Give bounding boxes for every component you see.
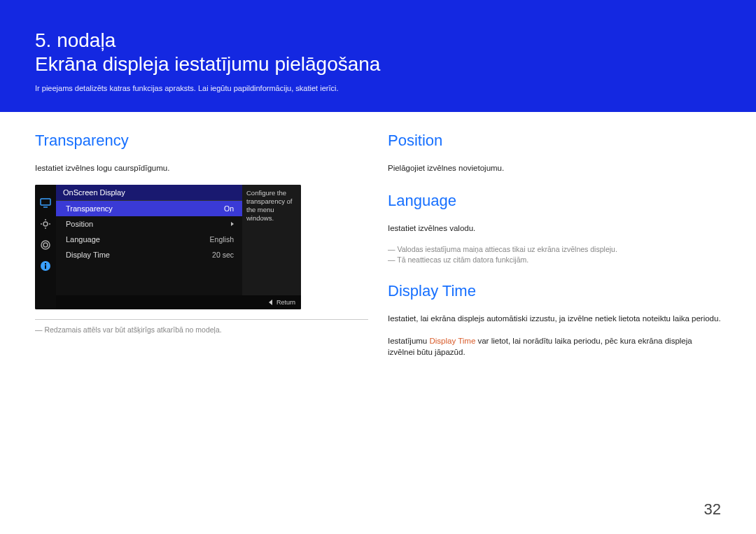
osd-row-label: Language [66,235,100,244]
svg-rect-0 [41,199,50,205]
osd-row-label: Transparency [66,204,113,213]
svg-point-7 [43,243,48,247]
section-transparency: Transparency Iestatiet izvēlnes logu cau… [35,132,368,334]
inline-ref: Display Time [429,337,475,345]
osd-screenshot: OnScreen Display Transparency On Positio… [35,185,301,309]
heading-display-time: Display Time [388,282,721,300]
chapter-banner: 5. nodaļa Ekrāna displeja iestatījumu pi… [0,0,756,112]
chapter-label: 5. nodaļa [35,29,721,52]
osd-row-value: 20 sec [212,251,234,259]
osd-return-label: Return [276,299,295,306]
right-column: Position Pielāgojiet izvēlnes novietojum… [388,132,721,376]
note-language-1: Valodas iestatījuma maiņa attiecas tikai… [388,245,721,253]
info-icon [40,260,51,272]
osd-row-value: English [210,235,234,244]
osd-row-displaytime: Display Time 20 sec [56,247,242,262]
svg-point-2 [43,222,48,226]
section-display-time: Display Time Iestatiet, lai ekrāna displ… [388,282,721,358]
section-language: Language Iestatiet izvēlnes valodu. Valo… [388,192,721,264]
note-language-2: Tā neattiecas uz citām datora funkcijām. [388,255,721,264]
content-columns: Transparency Iestatiet izvēlnes logu cau… [0,112,756,376]
heading-transparency: Transparency [35,132,368,150]
osd-tip: Configure the transparency of the menu w… [242,185,301,309]
chevron-right-icon [231,222,234,226]
heading-language: Language [388,192,721,210]
svg-rect-10 [45,265,46,269]
monitor-icon [40,197,51,209]
desc-display-time-1: Iestatiet, lai ekrāna displejs automātis… [388,313,721,324]
osd-row-language: Language English [56,232,242,247]
osd-row-transparency: Transparency On [56,201,242,216]
osd-row-label: Position [66,220,93,228]
osd-row-value: On [224,204,234,213]
brightness-icon [40,218,51,230]
heading-position: Position [388,132,721,150]
back-triangle-icon [269,300,272,305]
osd-sidebar [35,185,56,309]
osd-row-label: Display Time [66,251,110,259]
left-column: Transparency Iestatiet izvēlnes logu cau… [35,132,368,376]
divider [35,319,368,320]
desc-display-time-2: Iestatījumu Display Time var lietot, lai… [388,335,721,358]
banner-subtitle: Ir pieejams detalizēts katras funkcijas … [35,84,721,92]
footnote: Redzamais attēls var būt atšķirīgs atkar… [35,325,368,334]
page-number: 32 [704,500,721,519]
gear-icon [40,239,51,251]
svg-rect-11 [45,263,46,265]
page-title: Ekrāna displeja iestatījumu pielāgošana [35,53,721,76]
desc-position: Pielāgojiet izvēlnes novietojumu. [388,162,721,174]
desc-language: Iestatiet izvēlnes valodu. [388,223,721,234]
osd-menu: OnScreen Display Transparency On Positio… [56,185,242,309]
osd-row-position: Position [56,216,242,232]
osd-menu-header: OnScreen Display [56,185,242,201]
svg-point-8 [41,241,50,249]
section-position: Position Pielāgojiet izvēlnes novietojum… [388,132,721,174]
desc-transparency: Iestatiet izvēlnes logu caurspīdīgumu. [35,162,368,174]
osd-footer: Return [56,295,301,309]
